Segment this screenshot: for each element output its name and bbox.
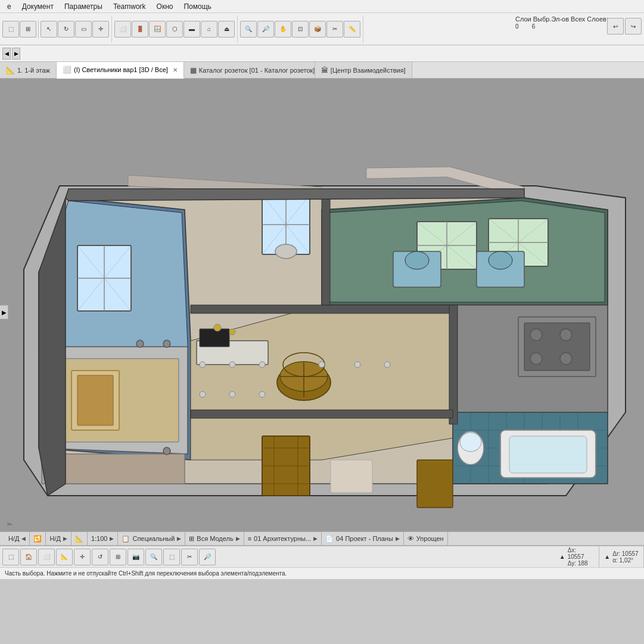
door-btn[interactable]: 🚪: [132, 21, 148, 38]
svg-point-89: [229, 391, 235, 397]
svg-point-94: [319, 362, 325, 368]
tab-bar: 📐 1. 1-й этаж ⬜ (I) Светильники вар1 [3D…: [0, 62, 644, 79]
redo-btn[interactable]: ↪: [625, 18, 642, 35]
bt2[interactable]: 🏠: [20, 549, 37, 565]
svg-point-83: [163, 340, 170, 347]
bt11[interactable]: ✂: [181, 549, 198, 565]
stair-btn[interactable]: ⏏: [218, 21, 235, 38]
panel-arrow-left[interactable]: ◀: [2, 48, 11, 60]
bt7[interactable]: ⊞: [110, 549, 126, 565]
tab-close-lights[interactable]: ✕: [173, 67, 178, 73]
left-panel-arrow[interactable]: ▶: [0, 305, 8, 319]
fit-btn[interactable]: ⊡: [292, 21, 309, 38]
bt1[interactable]: ⬚: [2, 549, 19, 565]
rotate-btn[interactable]: ↻: [58, 21, 74, 38]
svg-point-93: [259, 362, 265, 368]
status-layer[interactable]: ≡ 01 Архитектурны... ▶: [244, 532, 322, 545]
menu-bar: е Документ Параметры Teamwork Окно Помощ…: [0, 0, 644, 13]
menu-item-window[interactable]: Окно: [152, 1, 178, 12]
svg-rect-48: [509, 436, 587, 473]
status-view-icon[interactable]: 📐: [71, 532, 88, 545]
svg-point-34: [214, 324, 221, 331]
bt8[interactable]: 📷: [127, 549, 144, 565]
arrow-btn[interactable]: ↖: [41, 21, 57, 38]
status-nav-next[interactable]: Н/Д ▶: [46, 532, 71, 545]
panel-arrow-right[interactable]: ▶: [12, 48, 20, 60]
section-btn[interactable]: ✂: [326, 21, 343, 38]
toolbar-row2: ◀ ▶: [0, 45, 644, 62]
bt10[interactable]: ⬚: [163, 549, 180, 565]
bt9[interactable]: 🔍: [145, 549, 162, 565]
svg-rect-97: [417, 460, 453, 508]
svg-point-92: [229, 362, 235, 368]
bottom-toolbar: ⬚ 🏠 ⬜ 📐 ✛ ↺ ⊞ 📷 🔍 ⬚ ✂ 🔎 ▲ Δx: 10557 Δy: …: [0, 546, 644, 567]
viewport[interactable]: ▶ у: [0, 79, 644, 531]
svg-point-88: [200, 391, 206, 397]
elevation-btn[interactable]: 📏: [344, 21, 360, 38]
menu-item-document[interactable]: Документ: [17, 1, 58, 12]
menu-item-e[interactable]: е: [2, 1, 16, 12]
bt12[interactable]: 🔎: [199, 549, 216, 565]
coord-dx: ▲ Δx: 10557 Δy: 188: [555, 546, 599, 568]
svg-point-50: [460, 433, 481, 452]
floor-plan-icon: 📐: [6, 66, 15, 74]
window-btn[interactable]: 🪟: [149, 21, 166, 38]
svg-rect-77: [322, 198, 330, 305]
tab-lights[interactable]: ⬜ (I) Светильники вар1 [3D / Все] ✕: [57, 62, 184, 79]
marquee-btn[interactable]: ▭: [75, 21, 92, 38]
status-nav-prev[interactable]: Н/Д ◀: [5, 532, 30, 545]
wall-btn[interactable]: ⬜: [114, 21, 131, 38]
svg-point-75: [275, 244, 297, 259]
y-axis-label: у: [5, 522, 17, 526]
bt6[interactable]: ↺: [92, 549, 108, 565]
status-scale[interactable]: 1:100 ▶: [88, 532, 119, 545]
tab-interaction[interactable]: 🏛 [Центр Взаимодействия]: [315, 62, 412, 78]
svg-rect-33: [200, 329, 229, 347]
status-mode[interactable]: 📋 Специальный ▶: [118, 532, 185, 545]
coord-angle: ▲ Δr: 10557 α: 1,02°: [599, 546, 644, 568]
layer-info: Слои Выбр.Эл-ов Всех Слоев: 0 6: [515, 15, 608, 30]
status-nav-btn[interactable]: 🔁: [30, 532, 46, 545]
undo-btn[interactable]: ↩: [607, 18, 624, 35]
pan-btn[interactable]: ✋: [275, 21, 291, 38]
svg-point-96: [384, 362, 390, 368]
svg-rect-57: [331, 460, 372, 493]
svg-point-84: [136, 340, 144, 347]
svg-point-69: [560, 353, 572, 365]
tab-catalog[interactable]: ▦ Каталог розеток [01 - Каталог розеток]: [184, 62, 315, 78]
bottom-status-text: Часть выбора. Нажмите и не отпускайте Ct…: [0, 567, 644, 579]
status-bar: Н/Д ◀ 🔁 Н/Д ▶ 📐 1:100 ▶ 📋 Специальный ▶ …: [0, 531, 644, 546]
slab-btn[interactable]: ▬: [183, 21, 200, 38]
snap-btn[interactable]: ✛: [92, 21, 109, 38]
svg-point-66: [530, 329, 542, 341]
3d-btn[interactable]: 📦: [309, 21, 326, 38]
roof-btn[interactable]: ⌂: [201, 21, 217, 38]
zoom-in-btn[interactable]: 🔍: [240, 21, 257, 38]
bt4[interactable]: 📐: [56, 549, 73, 565]
menu-item-teamwork[interactable]: Teamwork: [108, 1, 151, 12]
floor-plan-3d: [0, 79, 644, 531]
svg-rect-78: [449, 305, 458, 424]
status-view-mode[interactable]: 👁 Упрощен: [404, 532, 448, 545]
coords-area: ▲ Δx: 10557 Δy: 188 ▲ Δr:: [555, 546, 644, 568]
grid-btn[interactable]: ⊞: [20, 21, 36, 38]
object-btn[interactable]: ⬡: [166, 21, 183, 38]
zoom-out-btn[interactable]: 🔎: [257, 21, 274, 38]
bt3[interactable]: ⬜: [38, 549, 55, 565]
toolbar-area: ⬚ ⊞ ↖ ↻ ▭ ✛ ⬜ 🚪 🪟 ⬡ ▬ ⌂ ⏏ 🔍 🔎 ✋ ⊡ 📦 ✂ 📏 …: [0, 13, 644, 45]
svg-rect-76: [191, 305, 453, 313]
tab-floor-plan[interactable]: 📐 1. 1-й этаж: [0, 62, 57, 78]
svg-point-90: [259, 391, 265, 397]
menu-item-parameters[interactable]: Параметры: [60, 1, 107, 12]
bt5[interactable]: ✛: [74, 549, 91, 565]
svg-point-67: [560, 329, 572, 341]
toolbar-group-3: 🔍 🔎 ✋ ⊡ 📦 ✂ 📏: [240, 15, 363, 43]
status-grid[interactable]: ⊞ Вся Модель ▶: [185, 532, 244, 545]
lights-icon: ⬜: [63, 66, 71, 74]
svg-point-95: [354, 362, 360, 368]
svg-point-68: [530, 353, 542, 365]
svg-point-23: [405, 251, 429, 269]
status-plan[interactable]: 📄 04 Проект - Планы ▶: [322, 532, 404, 545]
menu-item-help[interactable]: Помощь: [179, 1, 216, 12]
select-btn[interactable]: ⬚: [2, 21, 19, 38]
